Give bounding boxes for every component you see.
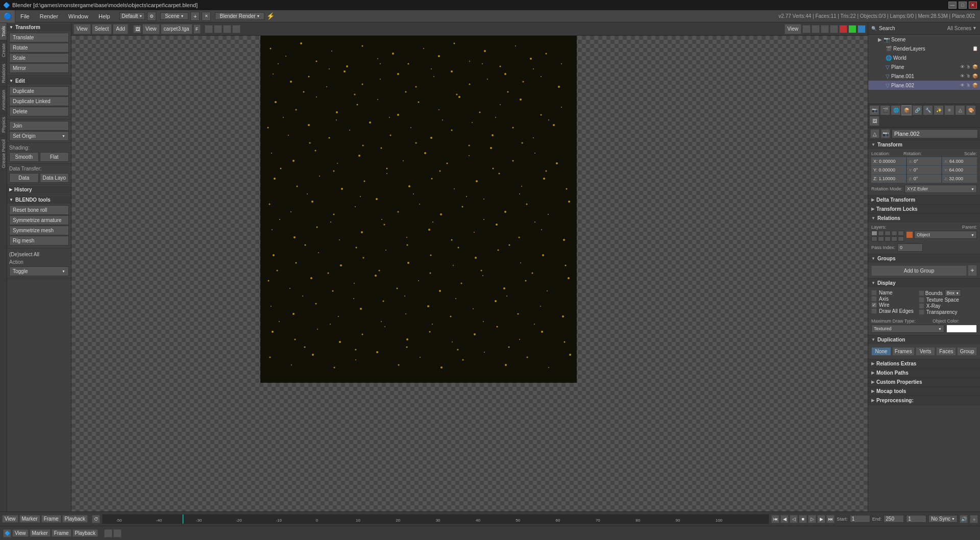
tab-physics[interactable]: Physics — [0, 113, 7, 136]
loc-y[interactable]: Y: 0.00000 — [871, 166, 906, 174]
outliner-filter[interactable]: ▼ — [972, 26, 977, 31]
scene-settings[interactable]: ✕ — [202, 12, 211, 21]
motion-paths-header[interactable]: Motion Paths — [868, 369, 980, 377]
scale-x[interactable]: X:64.000 — [942, 157, 977, 165]
tool-btn-3[interactable] — [223, 25, 231, 33]
play-btn[interactable]: ▷ — [808, 515, 816, 523]
scene-add[interactable]: + — [190, 12, 200, 21]
rig-mesh-button[interactable]: Rig mesh — [9, 236, 69, 246]
object-type-icon[interactable]: △ — [870, 129, 879, 138]
view-button[interactable]: View — [74, 24, 91, 34]
layer-1[interactable] — [871, 231, 877, 236]
texture-space-checkbox[interactable] — [919, 297, 924, 303]
statusbar-icon[interactable]: 🔷 — [3, 529, 11, 537]
tab-world[interactable]: 🌐 — [891, 105, 901, 115]
tab-object-data[interactable]: △ — [955, 105, 965, 115]
add-group-plus[interactable]: + — [968, 265, 977, 276]
layer-4[interactable] — [891, 231, 897, 236]
step-back-btn[interactable]: ◀ — [780, 515, 789, 523]
loc-z[interactable]: Z: 1.10000 — [871, 175, 906, 183]
minimize-button[interactable]: — — [948, 2, 957, 9]
layer-6[interactable] — [871, 236, 877, 241]
transform-header[interactable]: Transform — [7, 23, 71, 31]
layer-7[interactable] — [878, 236, 884, 241]
timeline-frame-btn[interactable]: Frame — [41, 515, 61, 523]
axis-checkbox[interactable] — [871, 296, 877, 302]
view-icon-2[interactable] — [812, 25, 820, 33]
rotate-button[interactable]: Rotate — [9, 43, 69, 53]
symmetrize-armature-button[interactable]: Symmetrize armature — [9, 215, 69, 225]
play-reverse-btn[interactable]: ◁ — [790, 515, 798, 523]
timeline-track[interactable]: -50 -40 -30 -20 -10 0 10 20 30 40 50 60 … — [102, 514, 769, 524]
dup-group-btn[interactable]: Group — [957, 347, 977, 356]
image-name-btn[interactable]: carpet3.tga — [161, 24, 192, 34]
wire-checkbox[interactable]: ✓ — [871, 302, 877, 308]
dup-verts-btn[interactable]: Verts — [916, 347, 936, 356]
audio-btn[interactable]: 🔊 — [960, 515, 968, 523]
view-icon-1[interactable] — [802, 25, 811, 33]
layer-5[interactable] — [898, 231, 904, 236]
viewport[interactable] — [71, 36, 868, 511]
data-button[interactable]: Data — [9, 173, 39, 183]
pass-index-value[interactable]: 0 — [897, 243, 923, 252]
tab-create[interactable]: Create — [0, 40, 7, 60]
tab-particles[interactable]: ✨ — [934, 105, 944, 115]
bounds-checkbox[interactable] — [919, 290, 924, 296]
object-name-input[interactable] — [892, 129, 978, 138]
plane-row[interactable]: ▽ Plane 👁 🖱 📦 — [868, 62, 980, 71]
transparency-checkbox[interactable] — [919, 309, 924, 315]
tab-animation[interactable]: Animation — [0, 86, 7, 113]
statusbar-frame-btn[interactable]: Frame — [52, 529, 71, 537]
start-frame-input[interactable] — [850, 515, 870, 523]
draw-all-edges-checkbox[interactable] — [871, 308, 877, 314]
tab-relations[interactable]: Relations — [0, 60, 7, 86]
keyframe-btn[interactable]: ⬦ — [970, 515, 978, 523]
object-color-swatch[interactable] — [946, 325, 977, 333]
custom-properties-header[interactable]: Custom Properties — [868, 378, 980, 386]
tab-object[interactable]: 📦 — [901, 105, 912, 115]
symmetrize-mesh-button[interactable]: Symmetrize mesh — [9, 226, 69, 235]
layer-2[interactable] — [878, 231, 884, 236]
layer-3[interactable] — [885, 231, 891, 236]
layer-8[interactable] — [885, 236, 891, 241]
record-btn[interactable] — [839, 25, 847, 33]
blender-logo[interactable]: 🔵 — [0, 10, 15, 22]
timeline-icon[interactable]: ⏱ — [92, 515, 100, 523]
xray-checkbox[interactable] — [919, 303, 924, 309]
rot-z[interactable]: Z:0° — [907, 175, 942, 183]
flat-button[interactable]: Flat — [40, 152, 69, 162]
delete-button[interactable]: Delete — [9, 107, 69, 116]
step-fwd-btn[interactable]: ▶ — [817, 515, 825, 523]
tool-btn-1[interactable] — [205, 25, 213, 33]
image-editor-icon[interactable]: 🖼 — [133, 25, 141, 33]
view-mode-btn[interactable]: View — [785, 24, 802, 34]
statusbar-marker-btn[interactable]: Marker — [30, 529, 51, 537]
end-frame-input[interactable] — [884, 515, 904, 523]
blendo-header[interactable]: BLENDO tools — [7, 196, 71, 204]
tab-render[interactable]: 📷 — [869, 105, 879, 115]
scene-row[interactable]: ▶ 📷 Scene — [868, 35, 980, 44]
world-row[interactable]: 🌐 World — [868, 53, 980, 62]
view-icon-4[interactable] — [830, 25, 838, 33]
view-icon-3[interactable] — [821, 25, 829, 33]
tool-btn-2[interactable] — [214, 25, 222, 33]
stop-btn[interactable]: ■ — [799, 515, 807, 523]
name-checkbox[interactable] — [871, 290, 877, 296]
menu-file[interactable]: File — [15, 10, 35, 22]
timeline-marker-btn[interactable]: Marker — [19, 515, 40, 523]
transform-locks-header[interactable]: Transform Locks — [868, 205, 980, 213]
mirror-button[interactable]: Mirror — [9, 63, 69, 73]
object-render-icon[interactable]: 📷 — [881, 129, 890, 138]
dup-faces-btn[interactable]: Faces — [936, 347, 956, 356]
menu-help[interactable]: Help — [93, 10, 115, 22]
relations-extras-header[interactable]: Relations Extras — [868, 359, 980, 368]
current-frame-input[interactable] — [906, 515, 926, 523]
data-layo-button[interactable]: Data Layo — [40, 173, 69, 183]
duplicate-linked-button[interactable]: Duplicate Linked — [9, 96, 69, 106]
mode-selector[interactable]: Default ▼ — [119, 12, 145, 20]
select-button[interactable]: Select — [92, 24, 112, 34]
jump-end-btn[interactable]: ⏭ — [826, 515, 835, 523]
duplicate-button[interactable]: Duplicate — [9, 86, 69, 96]
plane-002-row[interactable]: ▽ Plane.002 👁 🖱 📦 — [868, 81, 980, 90]
transform-props-header[interactable]: Transform — [868, 140, 980, 149]
